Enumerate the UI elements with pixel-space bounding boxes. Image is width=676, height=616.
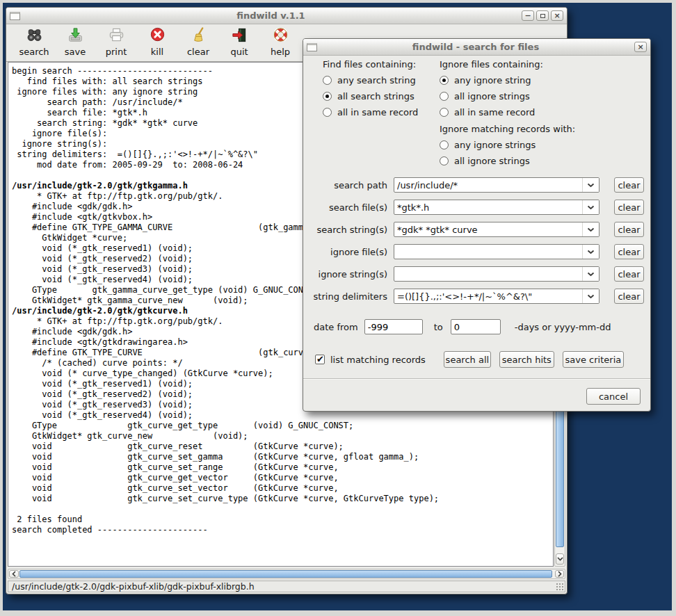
scroll-left-button[interactable] (9, 570, 19, 578)
chevron-down-icon[interactable] (582, 200, 599, 214)
horizontal-scrollbar-thumb[interactable] (19, 570, 552, 578)
toolbar-label: clear (187, 47, 209, 57)
search-files-input[interactable] (394, 200, 582, 214)
ignore-strings-combo (394, 266, 599, 282)
clear-search-strings-button[interactable]: clear (614, 222, 644, 237)
search-dialog: findwild - search for files × Find files… (303, 38, 651, 412)
save-criteria-button[interactable]: save criteria (563, 351, 624, 368)
scroll-down-button[interactable] (556, 553, 564, 565)
ignore-strings-input[interactable] (394, 267, 582, 281)
radio-all-ignore-strings[interactable]: all ignore strings (440, 88, 575, 104)
toolbar-label: help (271, 47, 290, 57)
window-icon (10, 12, 20, 20)
dialog-separator (303, 378, 650, 380)
ignore-files-row: ignore file(s) clear (303, 243, 650, 260)
toolbar-label: kill (151, 47, 163, 57)
toolbar-label: quit (230, 47, 248, 57)
radio-icon (323, 76, 332, 85)
clear-ignore-strings-button[interactable]: clear (614, 266, 644, 282)
radio-icon (440, 92, 449, 101)
toolbar-button-print[interactable]: print (98, 26, 134, 61)
find-files-group: Find files containing: any search string… (323, 58, 418, 120)
field-label: search string(s) (303, 225, 394, 235)
radio-label: any search string (337, 75, 416, 86)
radio-label: all in same record (454, 107, 535, 117)
radio-any-search-string[interactable]: any search string (323, 72, 418, 88)
clear-ignore-files-button[interactable]: clear (614, 244, 644, 259)
resize-grip[interactable] (556, 583, 564, 591)
clear-string-delimiters-button[interactable]: clear (614, 289, 644, 304)
clear-search-files-button[interactable]: clear (614, 200, 644, 215)
search-hits-button[interactable]: search hits (499, 351, 554, 368)
maximize-icon (540, 14, 545, 18)
radio-any-ignore-string[interactable]: any ignore string (440, 72, 575, 88)
minimize-button[interactable]: − (522, 10, 534, 21)
radio-records-any-ignore-strings[interactable]: any ignore strings (440, 137, 575, 153)
ignore-records-heading: Ignore matching records with: (440, 123, 575, 135)
radio-icon (440, 76, 449, 85)
string-delimiters-input[interactable] (394, 289, 582, 303)
search-path-input[interactable] (394, 178, 582, 192)
main-titlebar[interactable]: findwild v.1.1 − × (6, 8, 567, 24)
radio-label: all ignore strings (454, 91, 530, 102)
save-icon (67, 26, 84, 47)
toolbar-label: print (106, 47, 127, 57)
ignore-files-group: Ignore files containing: any ignore stri… (440, 58, 575, 169)
radio-icon (323, 92, 332, 101)
chevron-down-icon[interactable] (582, 178, 599, 192)
toolbar-label: search (19, 47, 49, 57)
date-to-input[interactable] (451, 319, 501, 334)
dialog-close-button[interactable]: × (634, 42, 647, 52)
chevron-down-icon[interactable] (582, 289, 599, 303)
radio-ignore-all-in-same-record[interactable]: all in same record (440, 104, 575, 120)
quit-icon (231, 26, 248, 47)
date-format-hint: -days or yyyy-mm-dd (515, 322, 611, 332)
radio-label: all ignore strings (454, 156, 530, 166)
horizontal-scrollbar[interactable] (8, 569, 565, 579)
cancel-button[interactable]: cancel (586, 388, 641, 405)
checkbox-label: list matching records (330, 355, 426, 365)
maximize-button[interactable] (536, 10, 549, 21)
field-label: ignore file(s) (303, 247, 394, 257)
radio-icon (323, 108, 332, 117)
radio-icon (440, 140, 449, 149)
close-button[interactable]: × (551, 10, 563, 21)
chevron-down-icon[interactable] (582, 267, 599, 281)
toolbar-button-search[interactable]: search (16, 26, 52, 61)
dialog-titlebar[interactable]: findwild - search for files × (303, 39, 650, 56)
dialog-title: findwild - search for files (321, 42, 630, 52)
main-window-title: findwild v.1.1 (24, 10, 517, 21)
field-label: search file(s) (303, 202, 394, 213)
chevron-down-icon[interactable] (582, 222, 599, 236)
field-label: search path (303, 180, 394, 191)
clear-search-path-button[interactable]: clear (614, 177, 644, 193)
window-icon (307, 43, 317, 51)
find-files-heading: Find files containing: (323, 58, 418, 70)
string-delimiters-row: string delimiters clear (303, 288, 650, 305)
broom-icon (190, 26, 207, 47)
radio-all-search-strings[interactable]: all search strings (323, 88, 418, 104)
toolbar-button-quit[interactable]: quit (221, 26, 257, 61)
ignore-files-input[interactable] (394, 245, 582, 259)
list-matching-records-checkbox[interactable] (315, 355, 325, 364)
date-to-label: to (434, 322, 443, 332)
printer-icon (108, 26, 125, 47)
toolbar-button-kill[interactable]: kill (139, 26, 175, 61)
search-all-button[interactable]: search all (444, 351, 491, 368)
radio-records-all-ignore-strings[interactable]: all ignore strings (440, 153, 575, 169)
toolbar-button-save[interactable]: save (57, 26, 93, 61)
toolbar-button-help[interactable]: help (262, 26, 298, 61)
chevron-down-icon[interactable] (582, 245, 599, 259)
radio-find-all-in-same-record[interactable]: all in same record (323, 104, 418, 120)
search-strings-input[interactable] (394, 222, 582, 236)
radio-label: any ignore strings (454, 140, 536, 150)
scroll-right-button[interactable] (555, 570, 564, 578)
toolbar-button-clear[interactable]: clear (180, 26, 216, 61)
toolbar-label: save (65, 47, 86, 57)
radio-icon (440, 108, 449, 117)
field-label: ignore string(s) (303, 269, 394, 279)
search-path-row: search path clear (303, 177, 650, 193)
date-from-input[interactable] (364, 319, 423, 334)
actions-row: list matching records search all search … (315, 350, 624, 368)
search-files-row: search file(s) clear (303, 199, 650, 216)
